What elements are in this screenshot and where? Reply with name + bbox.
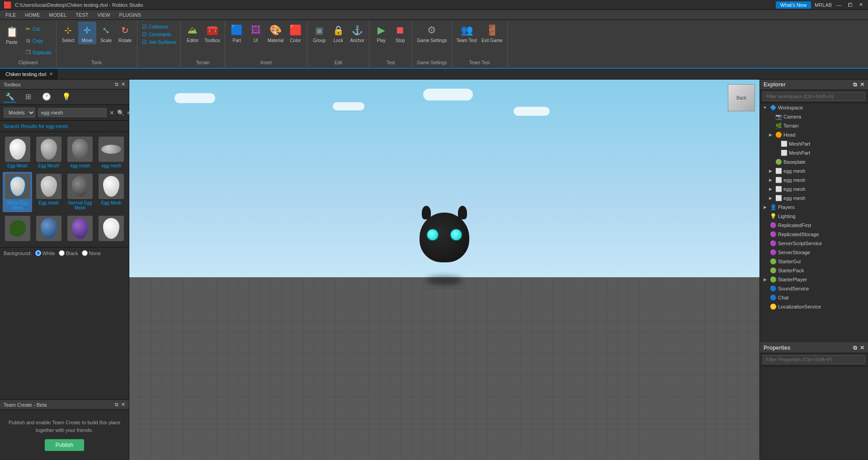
list-item[interactable]	[97, 214, 126, 244]
list-item[interactable]: Egg Mesh!	[34, 135, 63, 170]
select-button[interactable]: ⊹ Select	[59, 22, 77, 44]
constraints-checkbox[interactable]: ☑ Constraints	[142, 31, 176, 38]
tree-item-eggmesh2[interactable]: ▶ ⬜ egg mesh	[760, 175, 868, 185]
tree-item-starter-player[interactable]: ▶ 🟢 StarterPlayer	[760, 275, 868, 284]
menu-file[interactable]: FILE	[2, 11, 19, 19]
properties-close[interactable]: ✕	[860, 345, 864, 351]
properties-filter-input[interactable]	[763, 355, 865, 364]
toolbox-tab-recent[interactable]: 🕐	[40, 91, 53, 103]
search-input[interactable]	[38, 108, 107, 117]
close-button[interactable]: ✕	[857, 1, 864, 9]
tree-item-server-storage[interactable]: 🟣 ServerStorage	[760, 248, 868, 257]
list-item[interactable]: Egg Mesh	[97, 172, 126, 212]
list-item[interactable]	[3, 214, 32, 244]
terrain-editor-button[interactable]: ⛰ Editor	[184, 22, 202, 44]
material-button[interactable]: 🎨 Material	[266, 22, 286, 44]
menu-view[interactable]: VIEW	[94, 11, 113, 19]
team-create-float[interactable]: ⧉	[115, 402, 118, 408]
tree-item-meshpart2[interactable]: ⬜ MeshPart	[760, 148, 868, 157]
tree-item-head[interactable]: ▶ 🟠 Head	[760, 130, 868, 139]
game-settings-button[interactable]: ⚙ Game Settings	[415, 22, 448, 44]
tree-item-baseplate[interactable]: 🟢 Baseplate	[760, 157, 868, 166]
team-create-close[interactable]: ✕	[121, 402, 125, 408]
tree-item-camera[interactable]: 📷 Camera	[760, 112, 868, 121]
tree-item-starter-gui[interactable]: 🟢 StarterGui	[760, 257, 868, 266]
search-clear-button[interactable]: ✕	[109, 109, 114, 116]
duplicate-button[interactable]: ❐ Duplicate	[22, 47, 53, 58]
paste-button[interactable]: 📋 Paste	[3, 24, 21, 58]
part-button[interactable]: 🟦 Part	[228, 22, 246, 44]
rotate-button[interactable]: ↻ Rotate	[116, 22, 134, 44]
explorer-close[interactable]: ✕	[860, 81, 864, 88]
bg-black-radio[interactable]: Black	[59, 250, 78, 256]
viewport[interactable]: Back	[129, 80, 760, 460]
explorer-float[interactable]: ⧉	[853, 81, 857, 88]
tree-item-terrain[interactable]: 🌿 Terrain	[760, 121, 868, 130]
tree-item-starter-pack[interactable]: 🟢 StarterPack	[760, 266, 868, 275]
tree-item-meshpart1[interactable]: ⬜ MeshPart	[760, 139, 868, 148]
toolbox-close-button[interactable]: ✕	[121, 81, 125, 87]
list-item[interactable]: egg mesh	[66, 135, 95, 170]
tree-item-sound-service[interactable]: 🔵 SoundService	[760, 284, 868, 293]
stop-button[interactable]: ⏹ Stop	[391, 22, 409, 44]
tree-item-replicated-first[interactable]: 🟣 ReplicatedFirst	[760, 221, 868, 230]
tree-item-chat[interactable]: 🔵 Chat	[760, 293, 868, 302]
toolbox-button[interactable]: 🧰 Toolbox	[203, 22, 222, 44]
tree-item-server-script-service[interactable]: 🟣 ServerScriptService	[760, 239, 868, 248]
toolbox-tab-tools[interactable]: 🔧	[4, 91, 16, 103]
tab-main[interactable]: Chiken testing.rbxl ✕	[0, 69, 59, 79]
whatsnew-button[interactable]: What's New	[776, 1, 811, 9]
collisions-checkbox[interactable]: ☑ Collisions	[142, 24, 176, 30]
group-button[interactable]: ▣ Group	[310, 22, 328, 44]
list-item[interactable]: Egg Mesh	[3, 135, 32, 170]
tree-item-eggmesh4[interactable]: ▶ ⬜ egg mesh	[760, 194, 868, 203]
menu-home[interactable]: HOME	[21, 11, 43, 19]
anchor-button[interactable]: ⚓ Anchor	[348, 22, 366, 44]
list-item[interactable]: White Egg Mesh	[3, 172, 32, 212]
toolbox-tab-info[interactable]: 💡	[60, 91, 73, 103]
tree-item-workspace[interactable]: ▼ 🔷 Workspace	[760, 103, 868, 112]
list-item[interactable]: egg mesh	[97, 135, 126, 170]
chat-label: Chat	[778, 295, 788, 300]
restore-button[interactable]: ⧠	[846, 1, 854, 9]
workspace-toggle[interactable]: ▼	[762, 104, 768, 111]
scale-button[interactable]: ⤡ Scale	[97, 22, 115, 44]
nav-cube[interactable]: Back	[728, 84, 755, 111]
list-item[interactable]	[66, 214, 95, 244]
team-button[interactable]: 👥 Team Test	[455, 22, 479, 44]
join-surfaces-checkbox[interactable]: ☑ Join Surfaces	[142, 39, 176, 45]
color-button[interactable]: 🟥 Color	[286, 22, 304, 44]
cut-button[interactable]: ✂ Cut	[22, 24, 53, 34]
ui-button[interactable]: 🖼 UI	[247, 22, 265, 44]
tree-item-eggmesh1[interactable]: ▶ ⬜ egg mesh	[760, 166, 868, 175]
tab-close-button[interactable]: ✕	[49, 71, 53, 76]
move-button[interactable]: ✛ Move	[78, 22, 96, 44]
bg-none-radio[interactable]: None	[82, 250, 101, 256]
exit-game-button[interactable]: 🚪 Exit Game	[480, 22, 505, 44]
team-create-controls: ⧉ ✕	[115, 402, 125, 408]
toolbox-tab-grid[interactable]: ⊞	[24, 91, 33, 103]
menu-model[interactable]: MODEL	[45, 11, 70, 19]
tree-item-lighting[interactable]: 💡 Lighting	[760, 212, 868, 221]
list-item[interactable]	[34, 214, 63, 244]
tree-item-replicated-storage[interactable]: 🟣 ReplicatedStorage	[760, 230, 868, 239]
bg-white-radio[interactable]: White	[35, 250, 55, 256]
explorer-filter-input[interactable]	[763, 92, 865, 101]
minimize-button[interactable]: —	[835, 1, 843, 9]
toolbox-float-button[interactable]: ⧉	[115, 81, 118, 87]
menu-plugins[interactable]: PLUGINS	[116, 11, 145, 19]
play-button[interactable]: ▶ Play	[372, 22, 390, 44]
list-item[interactable]: Normal Egg Mesh	[66, 172, 95, 212]
search-button[interactable]: 🔍	[117, 109, 124, 116]
tree-item-players[interactable]: ▶ 👤 Players	[760, 203, 868, 212]
menu-test[interactable]: TEST	[72, 11, 92, 19]
properties-float[interactable]: ⧉	[853, 345, 857, 351]
publish-button[interactable]: Publish	[45, 439, 84, 451]
model-selector[interactable]: Models	[4, 108, 35, 118]
tree-item-localization-service[interactable]: 🟡 LocalizationService	[760, 302, 868, 311]
tree-item-eggmesh3[interactable]: ▶ ⬜ egg mesh	[760, 185, 868, 194]
head-toggle[interactable]: ▶	[767, 132, 774, 138]
list-item[interactable]: Egg mesh	[34, 172, 63, 212]
lock-button[interactable]: 🔒 Lock	[329, 22, 347, 44]
copy-button[interactable]: ⧉ Copy	[22, 35, 53, 46]
